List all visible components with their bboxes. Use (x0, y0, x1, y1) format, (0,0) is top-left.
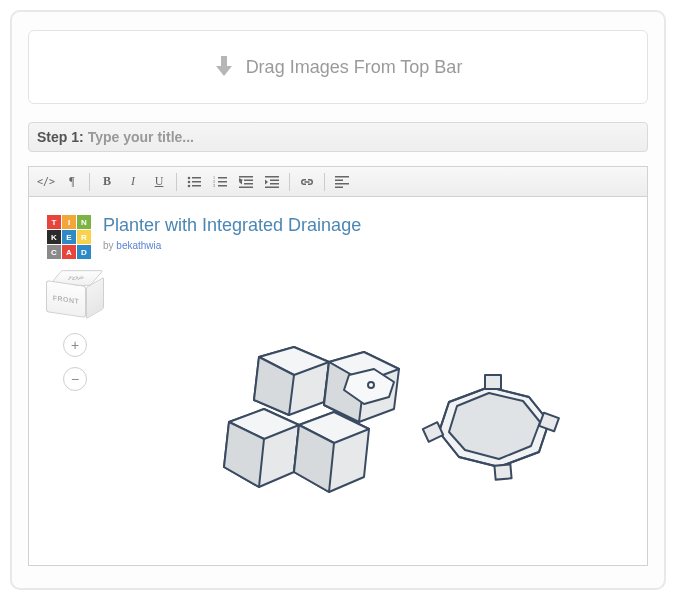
paragraph-button[interactable]: ¶ (59, 171, 85, 193)
step-title-input[interactable] (88, 129, 639, 145)
bullet-list-button[interactable] (181, 171, 207, 193)
zoom-in-button[interactable]: + (63, 333, 87, 357)
logo-cell: I (62, 215, 76, 229)
logo-cell: D (77, 245, 91, 259)
tinkercad-logo: T I N K E R C A D (47, 215, 91, 259)
logo-cell: K (47, 230, 61, 244)
svg-rect-11 (218, 185, 227, 187)
link-icon (300, 177, 314, 187)
svg-rect-26 (335, 186, 343, 188)
model-viewport[interactable] (179, 307, 599, 547)
svg-rect-23 (335, 176, 349, 178)
svg-text:3: 3 (213, 183, 215, 188)
step-label: Step 1: (37, 129, 84, 145)
svg-rect-30 (485, 375, 501, 389)
outdent-button[interactable] (233, 171, 259, 193)
byline-prefix: by (103, 240, 114, 251)
svg-rect-21 (270, 183, 279, 185)
outdent-icon (239, 176, 253, 188)
svg-rect-17 (239, 186, 253, 188)
logo-cell: N (77, 215, 91, 229)
view-controls: TOP FRONT + − (47, 267, 103, 391)
dropzone-label: Drag Images From Top Bar (246, 57, 463, 78)
title-block: Planter with Integrated Drainage by beka… (103, 215, 629, 251)
toolbar-separator (324, 173, 325, 191)
svg-rect-9 (218, 181, 227, 183)
toolbar-separator (89, 173, 90, 191)
view-cube[interactable]: TOP FRONT (47, 267, 103, 323)
svg-point-47 (368, 382, 374, 388)
logo-cell: T (47, 215, 61, 229)
step-title-row: Step 1: (28, 122, 648, 152)
logo-cell: E (62, 230, 76, 244)
svg-rect-18 (265, 176, 279, 178)
svg-rect-22 (265, 186, 279, 188)
svg-rect-3 (192, 181, 201, 183)
link-button[interactable] (294, 171, 320, 193)
bullet-list-icon (187, 176, 201, 188)
logo-cell: A (62, 245, 76, 259)
svg-rect-32 (494, 464, 511, 479)
planter-model-icon (179, 307, 599, 547)
numbered-list-icon: 123 (213, 176, 227, 188)
logo-cell: C (47, 245, 61, 259)
editor-panel: Drag Images From Top Bar Step 1: </> ¶ B… (10, 10, 666, 590)
svg-point-2 (188, 180, 191, 183)
project-title: Planter with Integrated Drainage (103, 215, 629, 236)
project-author[interactable]: bekathwia (116, 240, 161, 251)
svg-point-0 (188, 176, 191, 179)
toolbar-separator (176, 173, 177, 191)
svg-marker-19 (265, 179, 268, 184)
svg-point-4 (188, 184, 191, 187)
project-byline: by bekathwia (103, 240, 629, 251)
svg-rect-12 (239, 176, 253, 178)
logo-cell: R (77, 230, 91, 244)
project-header: T I N K E R C A D Planter with Integrate… (47, 215, 629, 259)
svg-rect-1 (192, 177, 201, 179)
editor-content[interactable]: T I N K E R C A D Planter with Integrate… (28, 196, 648, 566)
svg-rect-7 (218, 177, 227, 179)
align-left-icon (335, 176, 349, 188)
svg-rect-5 (192, 185, 201, 187)
underline-button[interactable]: U (146, 171, 172, 193)
svg-rect-20 (270, 179, 279, 181)
svg-rect-25 (335, 183, 349, 185)
bold-button[interactable]: B (94, 171, 120, 193)
svg-rect-16 (244, 183, 253, 185)
editor-toolbar: </> ¶ B I U 123 (28, 166, 648, 196)
cube-front-face[interactable]: FRONT (46, 280, 86, 318)
image-dropzone[interactable]: Drag Images From Top Bar (28, 30, 648, 104)
align-left-button[interactable] (329, 171, 355, 193)
download-arrow-icon (214, 56, 234, 78)
numbered-list-button[interactable]: 123 (207, 171, 233, 193)
svg-rect-33 (423, 422, 443, 441)
code-button[interactable]: </> (33, 171, 59, 193)
toolbar-separator (289, 173, 290, 191)
zoom-out-button[interactable]: − (63, 367, 87, 391)
indent-icon (265, 176, 279, 188)
italic-button[interactable]: I (120, 171, 146, 193)
indent-button[interactable] (259, 171, 285, 193)
svg-rect-24 (335, 179, 343, 181)
svg-rect-15 (244, 179, 253, 181)
